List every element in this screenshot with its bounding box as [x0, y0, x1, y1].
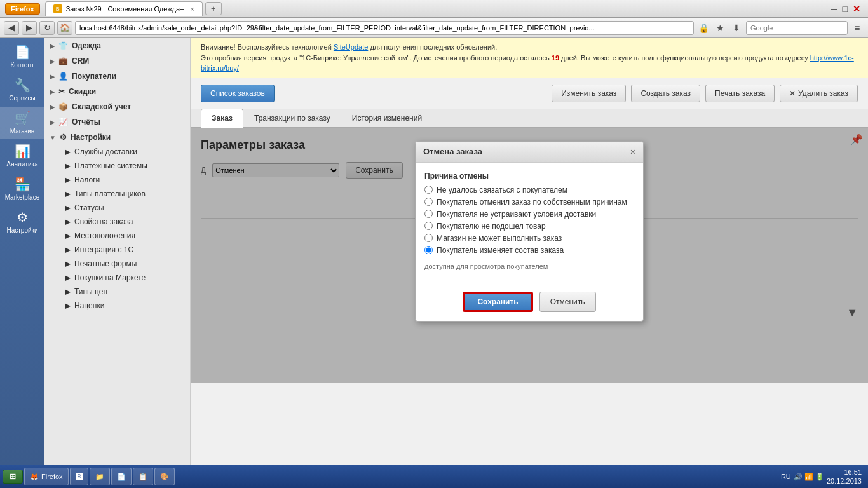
list-orders-button[interactable]: Список заказов: [201, 85, 275, 102]
reason-option-5[interactable]: Покупатель изменяет состав заказа: [424, 246, 634, 255]
modal-close-button[interactable]: ×: [630, 147, 635, 157]
reason-label: Причина отмены: [424, 172, 634, 180]
nav-sub-market-purchases[interactable]: ▶ Покупки на Маркете: [44, 271, 190, 285]
sub-arrow-icon: ▶: [65, 245, 71, 254]
nav-warehouse-icon: 📦: [58, 102, 68, 111]
sub-arrow-icon: ▶: [65, 287, 71, 296]
download-icon[interactable]: ⬇: [729, 21, 743, 35]
nav-sub-statuses[interactable]: ▶ Статусы: [44, 201, 190, 215]
search-bar[interactable]: [746, 21, 848, 35]
reason-radio-0[interactable]: [424, 186, 433, 194]
taskbar-firefox[interactable]: 🦊 Firefox: [24, 468, 69, 485]
reason-label-4: Магазин не может выполнить заказ: [437, 234, 562, 243]
site-update-link[interactable]: SiteUpdate: [334, 43, 368, 51]
reason-radio-5[interactable]: [424, 246, 433, 254]
nav-sub-payment[interactable]: ▶ Платежные системы: [44, 159, 190, 173]
browser-tab[interactable]: B Заказ №29 - Современная Одежда+ ×: [45, 1, 203, 16]
modal-title: Отмена заказа: [423, 147, 482, 156]
reason-option-3[interactable]: Покупателю не подошел товар: [424, 222, 634, 231]
sub-arrow-icon: ▶: [65, 203, 71, 212]
nav-sub-payment-label: Платежные системы: [74, 161, 147, 170]
reason-option-2[interactable]: Покупателя не устраивают условия доставк…: [424, 210, 634, 219]
reason-label-5: Покупатель изменяет состав заказа: [437, 246, 564, 255]
nav-item-nav-settings[interactable]: ▼ ⚙ Настройки: [44, 130, 190, 145]
reason-option-0[interactable]: Не удалось связаться с покупателем: [424, 186, 634, 194]
nav-sub-payer-types[interactable]: ▶ Типы плательщиков: [44, 187, 190, 201]
sub-arrow-icon: ▶: [65, 273, 71, 282]
reason-option-4[interactable]: Магазин не может выполнить заказ: [424, 234, 634, 243]
arrow-icon: ▶: [50, 73, 55, 80]
nav-item-clothing[interactable]: ▶ 👕 Одежда: [44, 38, 190, 53]
nav-sub-print-forms[interactable]: ▶ Печатные формы: [44, 257, 190, 271]
nav-item-warehouse[interactable]: ▶ 📦 Складской учет: [44, 99, 190, 114]
tab-close-icon[interactable]: ×: [191, 5, 194, 13]
delete-order-label: Удалить заказ: [798, 89, 848, 98]
nav-buyers-icon: 👤: [58, 72, 68, 81]
delete-order-button[interactable]: ✕ Удалить заказ: [780, 85, 858, 102]
nav-sub-payer-types-label: Типы плательщиков: [74, 189, 146, 198]
nav-crm-label: CRM: [72, 57, 89, 65]
maximize-icon[interactable]: □: [843, 4, 848, 14]
sidebar-item-shop[interactable]: 🛒 Магазин: [0, 107, 44, 139]
windows-icon: ⊞: [10, 472, 16, 481]
print-order-button[interactable]: Печать заказа: [705, 85, 775, 102]
sidebar-item-content-label: Контент: [10, 62, 34, 69]
analytics-icon: 📊: [15, 144, 31, 159]
nav-discounts-label: Скидки: [69, 87, 96, 96]
edit-order-button[interactable]: Изменить заказ: [552, 85, 626, 102]
sidebar-item-analytics[interactable]: 📊 Аналитика: [0, 140, 44, 172]
nav-sub-taxes[interactable]: ▶ Налоги: [44, 173, 190, 187]
tab-icon: B: [53, 4, 62, 13]
modal-cancel-button[interactable]: Отменить: [539, 292, 596, 312]
close-icon[interactable]: ✕: [853, 4, 860, 14]
minimize-icon[interactable]: ─: [831, 4, 837, 14]
sidebar-item-analytics-label: Аналитика: [6, 161, 38, 168]
taskbar-bitrix[interactable]: 🅱: [70, 468, 88, 485]
firefox-button[interactable]: Firefox: [5, 3, 40, 15]
taskbar-paint[interactable]: 🎨: [154, 468, 175, 485]
delete-icon: ✕: [789, 89, 796, 98]
paint-icon: 🎨: [160, 473, 169, 481]
start-button[interactable]: ⊞: [3, 470, 23, 484]
nav-sub-price-types[interactable]: ▶ Типы цен: [44, 285, 190, 299]
nav-sub-markups[interactable]: ▶ Наценки: [44, 299, 190, 313]
nav-item-reports[interactable]: ▶ 📈 Отчёты: [44, 114, 190, 130]
reason-radio-4[interactable]: [424, 234, 433, 242]
taskbar-tasks[interactable]: 📋: [133, 468, 153, 485]
warning-banner: Внимание! Воспользуйтесь технологией Sit…: [191, 38, 868, 78]
create-order-button[interactable]: Создать заказ: [631, 85, 700, 102]
back-button[interactable]: ◀: [4, 21, 19, 35]
tab-transactions[interactable]: Транзакции по заказу: [243, 109, 341, 128]
clock-date: 20.12.2013: [827, 477, 862, 485]
nav-sub-delivery[interactable]: ▶ Службы доставки: [44, 145, 190, 159]
sidebar-item-services[interactable]: 🔧 Сервисы: [0, 74, 44, 105]
reload-button[interactable]: ↻: [39, 21, 55, 35]
sub-arrow-icon: ▶: [65, 259, 71, 268]
new-tab-button[interactable]: +: [205, 2, 222, 15]
tab-order[interactable]: Заказ: [201, 109, 243, 128]
nav-sub-locations[interactable]: ▶ Местоположения: [44, 229, 190, 243]
reason-radio-3[interactable]: [424, 222, 433, 230]
bookmark-icon[interactable]: ★: [713, 21, 727, 35]
taskbar-pdf[interactable]: 📄: [111, 468, 132, 485]
taskbar-files[interactable]: 📁: [90, 468, 110, 485]
nav-sub-price-types-label: Типы цен: [74, 287, 107, 296]
home-button[interactable]: 🏠: [57, 21, 72, 35]
nav-item-discounts[interactable]: ▶ ✂ Скидки: [44, 84, 190, 99]
reason-option-1[interactable]: Покупатель отменил заказ по собственным …: [424, 198, 634, 207]
sidebar-item-marketplace[interactable]: 🏪 Marketplace: [0, 173, 44, 205]
arrow-icon: ▶: [50, 58, 55, 65]
modal-save-button[interactable]: Сохранить: [463, 292, 532, 312]
reason-radio-2[interactable]: [424, 210, 433, 218]
forward-button[interactable]: ▶: [22, 21, 37, 35]
sidebar-item-content[interactable]: 📄 Контент: [0, 41, 44, 72]
sidebar-item-settings[interactable]: ⚙ Настройки: [0, 206, 44, 238]
nav-sub-order-props[interactable]: ▶ Свойства заказа: [44, 215, 190, 229]
nav-sub-1c[interactable]: ▶ Интеграция с 1С: [44, 243, 190, 257]
nav-item-buyers[interactable]: ▶ 👤 Покупатели: [44, 69, 190, 84]
nav-item-crm[interactable]: ▶ 💼 CRM: [44, 53, 190, 69]
address-bar[interactable]: [75, 21, 694, 35]
menu-icon[interactable]: ≡: [850, 21, 864, 35]
tab-history[interactable]: История изменений: [341, 109, 433, 128]
reason-radio-1[interactable]: [424, 198, 433, 206]
